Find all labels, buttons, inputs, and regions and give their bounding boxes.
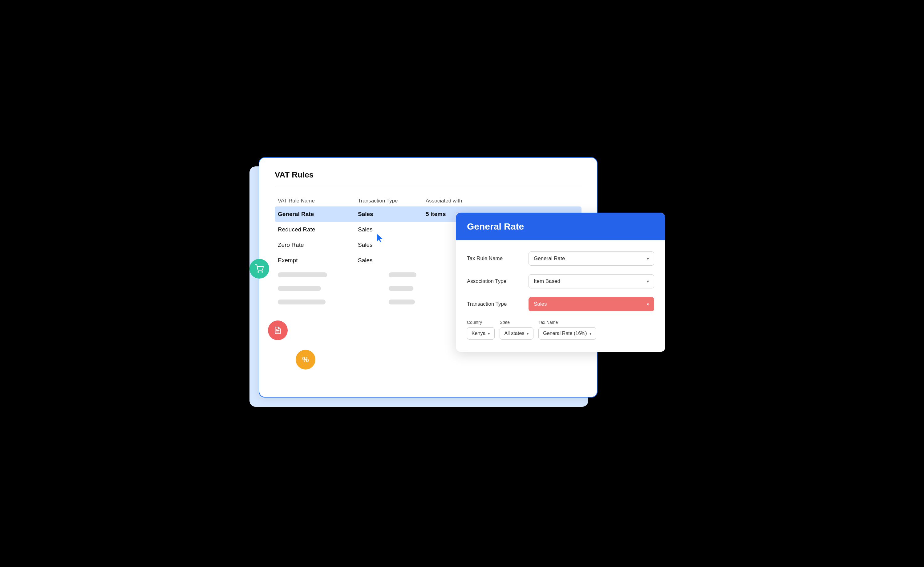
tax-name-label: Tax Name <box>538 320 596 325</box>
state-select[interactable]: All states ▾ <box>500 327 534 340</box>
transaction-label: Transaction Type <box>467 301 528 307</box>
detail-header: General Rate <box>456 213 665 241</box>
row-name: Zero Rate <box>278 242 358 248</box>
country-value: Kenya <box>471 331 485 336</box>
transaction-value: Sales <box>534 301 644 307</box>
tax-rule-select[interactable]: General Rate ▾ <box>528 251 654 266</box>
row-name: General Rate <box>278 211 358 218</box>
col-header-assoc: Associated with <box>426 198 494 204</box>
tax-rule-name-row: Tax Rule Name General Rate ▾ <box>467 251 654 266</box>
association-value: Item Based <box>534 278 644 284</box>
table-header: VAT Rule Name Transaction Type Associate… <box>275 196 582 206</box>
state-label: State <box>500 320 534 325</box>
country-group: Country Kenya ▾ <box>467 320 495 340</box>
percent-icon: % <box>296 350 315 370</box>
svg-point-0 <box>258 271 258 272</box>
percent-symbol: % <box>302 355 309 364</box>
row-type: Sales <box>358 242 426 248</box>
association-type-row: Association Type Item Based ▾ <box>467 274 654 289</box>
geo-tax-row: Country Kenya ▾ State All states ▾ Tax N… <box>467 320 654 340</box>
col-header-type: Transaction Type <box>358 198 426 204</box>
country-label: Country <box>467 320 495 325</box>
chevron-down-icon: ▾ <box>647 279 649 284</box>
detail-body: Tax Rule Name General Rate ▾ Association… <box>456 241 665 352</box>
row-type: Sales <box>358 226 426 233</box>
skeleton-cell <box>389 286 413 291</box>
transaction-select[interactable]: Sales ▾ <box>528 297 654 311</box>
vat-rules-title: VAT Rules <box>275 170 582 180</box>
detail-title: General Rate <box>467 221 654 232</box>
row-name: Reduced Rate <box>278 226 358 233</box>
tax-name-group: Tax Name General Rate (16%) ▾ <box>538 320 596 340</box>
chevron-down-icon: ▾ <box>647 256 649 261</box>
state-group: State All states ▾ <box>500 320 534 340</box>
row-type: Sales <box>358 257 426 264</box>
row-type: Sales <box>358 211 426 218</box>
association-select[interactable]: Item Based ▾ <box>528 274 654 289</box>
tax-name-select[interactable]: General Rate (16%) ▾ <box>538 327 596 340</box>
svg-point-1 <box>262 271 262 272</box>
col-header-name: VAT Rule Name <box>278 198 358 204</box>
skeleton-cell <box>278 286 321 291</box>
state-value: All states <box>504 331 524 336</box>
chevron-down-icon: ▾ <box>488 331 490 336</box>
tax-name-value: General Rate (16%) <box>543 331 587 336</box>
receipt-icon <box>268 320 288 340</box>
association-label: Association Type <box>467 278 528 284</box>
country-select[interactable]: Kenya ▾ <box>467 327 495 340</box>
chevron-down-icon: ▾ <box>526 331 529 336</box>
transaction-type-row: Transaction Type Sales ▾ <box>467 297 654 311</box>
tax-rule-value: General Rate <box>534 256 644 262</box>
skeleton-cell <box>278 299 326 304</box>
tax-rule-label: Tax Rule Name <box>467 256 528 262</box>
cart-icon <box>249 259 269 278</box>
skeleton-cell <box>278 272 327 277</box>
row-name: Exempt <box>278 257 358 264</box>
skeleton-cell <box>389 299 415 304</box>
chevron-down-icon: ▾ <box>590 331 592 336</box>
divider <box>275 186 582 186</box>
detail-panel: General Rate Tax Rule Name General Rate … <box>456 213 665 352</box>
chevron-down-icon: ▾ <box>647 302 649 307</box>
skeleton-cell <box>389 272 416 277</box>
